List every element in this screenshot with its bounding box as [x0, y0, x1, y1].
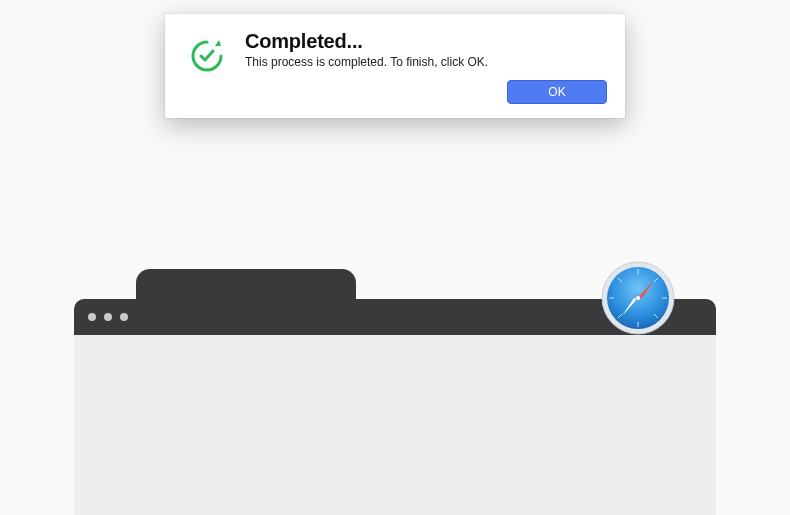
window-close-icon[interactable]: [88, 313, 96, 321]
browser-content-area: [74, 335, 716, 515]
ok-button[interactable]: OK: [507, 80, 607, 104]
dialog-message: This process is completed. To finish, cl…: [245, 55, 607, 69]
dialog-actions: OK: [245, 80, 607, 104]
completion-dialog: Completed... This process is completed. …: [165, 14, 625, 118]
dialog-title: Completed...: [245, 30, 607, 53]
safari-compass-icon[interactable]: [598, 258, 678, 338]
window-zoom-icon[interactable]: [120, 313, 128, 321]
dialog-body: Completed... This process is completed. …: [231, 30, 607, 104]
window-minimize-icon[interactable]: [104, 313, 112, 321]
browser-tab[interactable]: [136, 269, 356, 299]
svg-point-12: [636, 296, 641, 301]
checkmark-refresh-icon: [183, 32, 231, 80]
